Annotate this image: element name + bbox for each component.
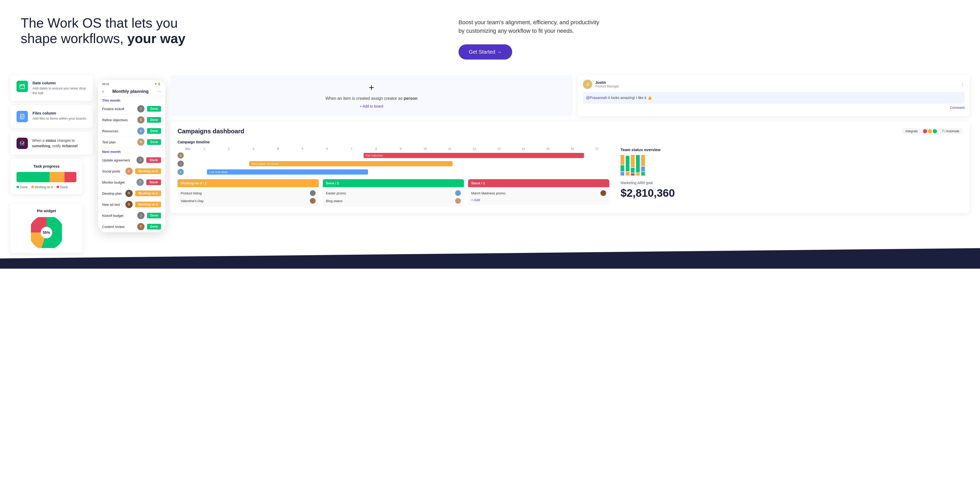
date-icon (16, 81, 28, 92)
bar-done4 (636, 155, 640, 173)
timeline-rows: S Fall collection J New vegan ice cream (178, 152, 609, 175)
bar-done (620, 165, 624, 172)
comment-action-button[interactable]: Comment (583, 106, 964, 110)
list-item: March Madness promo (471, 189, 606, 197)
commenter-avatar: J (583, 80, 592, 89)
done-segment (16, 172, 49, 182)
slack-icon (16, 138, 28, 149)
bar-working (620, 155, 624, 165)
table-row: Test plan M Done (98, 137, 165, 148)
list-item: Blog status (326, 197, 461, 205)
svg-rect-15 (22, 140, 23, 142)
stuck-dot (57, 186, 59, 188)
files-column-text: Files column Add files to items within y… (32, 111, 86, 121)
svg-rect-11 (20, 143, 21, 144)
pie-chart-svg: 55% (31, 217, 62, 248)
phone-header: ‹ Monthly planning ··· (98, 87, 165, 97)
done-col: Done / 2 Easter promo Blog status (323, 179, 464, 207)
automate-button[interactable]: 7 / Automate (939, 128, 963, 134)
timeline-avatar: A (178, 169, 184, 175)
status-badge: Done (147, 213, 161, 218)
avatar (310, 198, 316, 204)
status-badge: Done (147, 117, 161, 123)
list-item: + Add (471, 197, 606, 203)
status-badge: Done (147, 139, 161, 145)
done-col-body: Easter promo Blog status (323, 187, 464, 207)
automation-info-text: When an item is created assign creator a… (325, 95, 417, 102)
stuck-col-body: March Madness promo + Add (468, 187, 609, 205)
svg-text:55%: 55% (43, 230, 50, 235)
status-overview: Working on it / 2 Product listing Valent… (178, 179, 609, 207)
working-col-body: Product listing Valentine's Day (178, 187, 319, 207)
avatar: B (126, 201, 133, 208)
hero-title: The Work OS that lets you shape workflow… (21, 16, 443, 46)
status-badge: Stuck (146, 179, 161, 185)
bar-other (620, 172, 624, 176)
avatar: J (137, 212, 145, 219)
dashboard-header: Campaigns dashboard Integrate 7 / Automa… (178, 128, 963, 135)
avatar (455, 190, 461, 196)
section-this-month: This month (98, 97, 165, 103)
color-dot-red (923, 129, 927, 133)
avatar (310, 190, 316, 196)
avatar: J (137, 105, 145, 113)
done-dot (16, 186, 19, 188)
status-badge: Done (147, 224, 161, 229)
bar-working4 (636, 173, 640, 176)
stuck-col-header: Stuck / 1 (468, 179, 609, 187)
avatar: S (137, 116, 145, 124)
status-badge: Working on it (135, 202, 161, 207)
phone-panel: 09:41 ▾ 🔋 ‹ Monthly planning ··· This mo… (98, 80, 165, 232)
svg-rect-12 (23, 141, 24, 144)
timeline-avatar: S (178, 152, 184, 159)
page-wrapper: The Work OS that lets you shape workflow… (0, 0, 980, 478)
timeline-row: J New vegan ice cream (178, 160, 609, 167)
dashboard-actions: Integrate 7 / Automate (902, 128, 963, 134)
section-next-month: Next month (98, 148, 165, 155)
back-button[interactable]: ‹ (102, 89, 104, 94)
task-progress-title: Task progress (16, 164, 76, 168)
status-badge: Done (147, 106, 161, 112)
comment-menu[interactable]: ⋮ (960, 82, 964, 87)
arr-label: Marketing ARR goal (620, 181, 929, 185)
status-badge: Done (147, 128, 161, 134)
table-row: Refine objectives S Done (98, 114, 165, 125)
menu-dots[interactable]: ··· (157, 89, 161, 94)
progress-bar (16, 172, 76, 182)
list-item: Product listing (181, 189, 316, 197)
bar-done5 (641, 172, 645, 176)
hero-subtitle: Boost your team's alignment, efficiency,… (458, 18, 600, 35)
mention-link[interactable]: @Prasannah (586, 96, 607, 100)
add-to-board-link[interactable]: + Add to board (360, 104, 383, 108)
dashboard-content: Campaign timeline Dec 1 2 3 4 5 6 7 8 9 (178, 140, 963, 207)
bar-stuck3 (631, 173, 635, 176)
avatar: M (137, 138, 145, 146)
table-row: New ad test B Working on it (98, 199, 165, 210)
hero-right: Boost your team's alignment, efficiency,… (458, 16, 928, 60)
color-dot-green (933, 129, 937, 133)
comment-card: J Justin Product Manager ⋮ @Prasannah it… (578, 75, 970, 116)
top-row: + When an item is created assign creator… (170, 75, 970, 116)
bar-working2 (626, 172, 629, 176)
get-started-button[interactable]: Get Started → (458, 44, 512, 60)
table-row: Social posts K Working on it (98, 166, 165, 177)
avatar: J (137, 157, 144, 164)
arr-title: Team status overview (620, 148, 929, 152)
task-progress-card: Task progress Done Working on it Stuck (10, 159, 83, 194)
fall-collection-bar: Fall collection (364, 153, 584, 158)
table-row: Content review P Done (98, 221, 165, 232)
commenter-info: Justin Product Manager (595, 81, 619, 88)
bar-working3 (631, 155, 635, 167)
avatar: P (137, 223, 145, 230)
integrate-button[interactable]: Integrate (902, 128, 921, 134)
working-segment (49, 172, 65, 182)
plus-icon: + (369, 83, 374, 92)
date-column-card: Date column Add dates to ensure you neve… (10, 75, 93, 101)
avatar: T (137, 179, 144, 186)
avatar (455, 198, 461, 204)
hero-section: The Work OS that lets you shape workflow… (0, 0, 980, 70)
campaigns-dashboard: Campaigns dashboard Integrate 7 / Automa… (170, 121, 970, 213)
svg-rect-9 (20, 145, 21, 145)
ui-showcase: Date column Add dates to ensure you neve… (0, 70, 980, 253)
table-row: Kickoff budget J Done (98, 210, 165, 221)
